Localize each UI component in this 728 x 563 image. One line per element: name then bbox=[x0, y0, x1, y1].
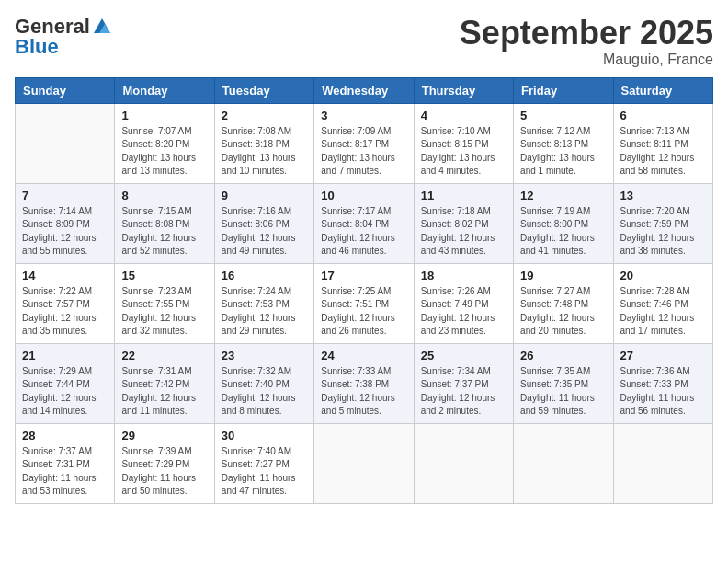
calendar-day-cell bbox=[16, 103, 115, 183]
calendar-table: SundayMondayTuesdayWednesdayThursdayFrid… bbox=[15, 77, 713, 504]
day-number: 22 bbox=[121, 349, 207, 362]
calendar-day-cell: 8Sunrise: 7:15 AM Sunset: 8:08 PM Daylig… bbox=[115, 183, 214, 263]
day-info: Sunrise: 7:26 AM Sunset: 7:49 PM Dayligh… bbox=[421, 285, 506, 339]
day-header-thursday: Thursday bbox=[414, 77, 513, 103]
day-header-sunday: Sunday bbox=[16, 77, 115, 103]
day-number: 18 bbox=[421, 269, 506, 282]
day-info: Sunrise: 7:09 AM Sunset: 8:17 PM Dayligh… bbox=[321, 125, 406, 178]
day-number: 15 bbox=[121, 269, 207, 282]
calendar-day-cell bbox=[414, 423, 513, 503]
calendar-day-cell: 30Sunrise: 7:40 AM Sunset: 7:27 PM Dayli… bbox=[214, 423, 313, 503]
day-info: Sunrise: 7:20 AM Sunset: 7:59 PM Dayligh… bbox=[620, 205, 706, 259]
day-number: 19 bbox=[520, 269, 606, 282]
day-number: 13 bbox=[620, 189, 706, 202]
calendar-day-cell: 4Sunrise: 7:10 AM Sunset: 8:15 PM Daylig… bbox=[414, 103, 513, 183]
day-info: Sunrise: 7:40 AM Sunset: 7:27 PM Dayligh… bbox=[222, 445, 307, 499]
calendar-day-cell: 13Sunrise: 7:20 AM Sunset: 7:59 PM Dayli… bbox=[613, 183, 712, 263]
day-info: Sunrise: 7:17 AM Sunset: 8:04 PM Dayligh… bbox=[321, 205, 406, 259]
calendar-day-cell: 14Sunrise: 7:22 AM Sunset: 7:57 PM Dayli… bbox=[16, 263, 115, 343]
calendar-day-cell: 12Sunrise: 7:19 AM Sunset: 8:00 PM Dayli… bbox=[514, 183, 613, 263]
location-subtitle: Mauguio, France bbox=[460, 52, 713, 68]
calendar-day-cell: 24Sunrise: 7:33 AM Sunset: 7:38 PM Dayli… bbox=[314, 343, 414, 423]
day-info: Sunrise: 7:07 AM Sunset: 8:20 PM Dayligh… bbox=[121, 125, 207, 178]
day-header-tuesday: Tuesday bbox=[214, 77, 313, 103]
calendar-day-cell: 10Sunrise: 7:17 AM Sunset: 8:04 PM Dayli… bbox=[314, 183, 414, 263]
day-header-saturday: Saturday bbox=[613, 77, 712, 103]
calendar-day-cell: 25Sunrise: 7:34 AM Sunset: 7:37 PM Dayli… bbox=[414, 343, 513, 423]
calendar-week-row: 28Sunrise: 7:37 AM Sunset: 7:31 PM Dayli… bbox=[16, 423, 713, 503]
day-info: Sunrise: 7:08 AM Sunset: 8:18 PM Dayligh… bbox=[222, 125, 307, 178]
calendar-day-cell: 21Sunrise: 7:29 AM Sunset: 7:44 PM Dayli… bbox=[16, 343, 115, 423]
day-info: Sunrise: 7:12 AM Sunset: 8:13 PM Dayligh… bbox=[520, 125, 606, 178]
day-number: 5 bbox=[520, 109, 606, 122]
calendar-week-row: 7Sunrise: 7:14 AM Sunset: 8:09 PM Daylig… bbox=[16, 183, 713, 263]
day-info: Sunrise: 7:23 AM Sunset: 7:55 PM Dayligh… bbox=[121, 285, 207, 339]
day-info: Sunrise: 7:24 AM Sunset: 7:53 PM Dayligh… bbox=[222, 285, 307, 339]
day-info: Sunrise: 7:32 AM Sunset: 7:40 PM Dayligh… bbox=[222, 365, 307, 419]
day-number: 12 bbox=[520, 189, 606, 202]
calendar-day-cell: 2Sunrise: 7:08 AM Sunset: 8:18 PM Daylig… bbox=[214, 103, 313, 183]
day-number: 10 bbox=[321, 189, 406, 202]
day-info: Sunrise: 7:31 AM Sunset: 7:42 PM Dayligh… bbox=[121, 365, 207, 419]
calendar-day-cell: 11Sunrise: 7:18 AM Sunset: 8:02 PM Dayli… bbox=[414, 183, 513, 263]
calendar-day-cell: 7Sunrise: 7:14 AM Sunset: 8:09 PM Daylig… bbox=[16, 183, 115, 263]
day-number: 24 bbox=[321, 349, 406, 362]
day-number: 23 bbox=[222, 349, 307, 362]
calendar-day-cell: 26Sunrise: 7:35 AM Sunset: 7:35 PM Dayli… bbox=[514, 343, 613, 423]
page-header: General Blue September 2025 Mauguio, Fra… bbox=[15, 15, 713, 68]
day-number: 29 bbox=[121, 429, 207, 442]
day-info: Sunrise: 7:16 AM Sunset: 8:06 PM Dayligh… bbox=[222, 205, 307, 259]
day-info: Sunrise: 7:14 AM Sunset: 8:09 PM Dayligh… bbox=[22, 205, 108, 259]
day-info: Sunrise: 7:29 AM Sunset: 7:44 PM Dayligh… bbox=[22, 365, 108, 419]
day-info: Sunrise: 7:18 AM Sunset: 8:02 PM Dayligh… bbox=[421, 205, 506, 259]
calendar-day-cell bbox=[314, 423, 414, 503]
day-number: 9 bbox=[222, 189, 307, 202]
calendar-day-cell: 28Sunrise: 7:37 AM Sunset: 7:31 PM Dayli… bbox=[16, 423, 115, 503]
calendar-week-row: 14Sunrise: 7:22 AM Sunset: 7:57 PM Dayli… bbox=[16, 263, 713, 343]
calendar-day-cell: 27Sunrise: 7:36 AM Sunset: 7:33 PM Dayli… bbox=[613, 343, 712, 423]
day-info: Sunrise: 7:34 AM Sunset: 7:37 PM Dayligh… bbox=[421, 365, 506, 419]
day-number: 25 bbox=[421, 349, 506, 362]
day-number: 14 bbox=[22, 269, 108, 282]
day-header-wednesday: Wednesday bbox=[314, 77, 414, 103]
logo-icon bbox=[92, 17, 112, 37]
day-number: 3 bbox=[321, 109, 406, 122]
day-number: 30 bbox=[222, 429, 307, 442]
day-info: Sunrise: 7:10 AM Sunset: 8:15 PM Dayligh… bbox=[421, 125, 506, 178]
calendar-day-cell: 6Sunrise: 7:13 AM Sunset: 8:11 PM Daylig… bbox=[613, 103, 712, 183]
calendar-week-row: 21Sunrise: 7:29 AM Sunset: 7:44 PM Dayli… bbox=[16, 343, 713, 423]
day-info: Sunrise: 7:13 AM Sunset: 8:11 PM Dayligh… bbox=[620, 125, 706, 178]
day-number: 21 bbox=[22, 349, 108, 362]
calendar-day-cell: 23Sunrise: 7:32 AM Sunset: 7:40 PM Dayli… bbox=[214, 343, 313, 423]
day-number: 4 bbox=[421, 109, 506, 122]
day-header-friday: Friday bbox=[514, 77, 613, 103]
day-number: 20 bbox=[620, 269, 706, 282]
day-number: 17 bbox=[321, 269, 406, 282]
title-block: September 2025 Mauguio, France bbox=[460, 15, 713, 68]
calendar-day-cell bbox=[514, 423, 613, 503]
calendar-day-cell: 15Sunrise: 7:23 AM Sunset: 7:55 PM Dayli… bbox=[115, 263, 214, 343]
day-number: 28 bbox=[22, 429, 108, 442]
day-info: Sunrise: 7:15 AM Sunset: 8:08 PM Dayligh… bbox=[121, 205, 207, 259]
day-number: 26 bbox=[520, 349, 606, 362]
calendar-day-cell: 16Sunrise: 7:24 AM Sunset: 7:53 PM Dayli… bbox=[214, 263, 313, 343]
calendar-header-row: SundayMondayTuesdayWednesdayThursdayFrid… bbox=[16, 77, 713, 103]
day-number: 8 bbox=[121, 189, 207, 202]
day-header-monday: Monday bbox=[115, 77, 214, 103]
day-info: Sunrise: 7:28 AM Sunset: 7:46 PM Dayligh… bbox=[620, 285, 706, 339]
day-number: 6 bbox=[620, 109, 706, 122]
day-info: Sunrise: 7:25 AM Sunset: 7:51 PM Dayligh… bbox=[321, 285, 406, 339]
calendar-day-cell: 1Sunrise: 7:07 AM Sunset: 8:20 PM Daylig… bbox=[115, 103, 214, 183]
calendar-day-cell: 19Sunrise: 7:27 AM Sunset: 7:48 PM Dayli… bbox=[514, 263, 613, 343]
day-number: 11 bbox=[421, 189, 506, 202]
calendar-day-cell: 22Sunrise: 7:31 AM Sunset: 7:42 PM Dayli… bbox=[115, 343, 214, 423]
day-info: Sunrise: 7:22 AM Sunset: 7:57 PM Dayligh… bbox=[22, 285, 108, 339]
month-title: September 2025 bbox=[460, 15, 713, 52]
calendar-day-cell: 9Sunrise: 7:16 AM Sunset: 8:06 PM Daylig… bbox=[214, 183, 313, 263]
day-info: Sunrise: 7:36 AM Sunset: 7:33 PM Dayligh… bbox=[620, 365, 706, 419]
calendar-day-cell bbox=[613, 423, 712, 503]
day-number: 2 bbox=[222, 109, 307, 122]
logo-blue-text: Blue bbox=[15, 35, 59, 59]
day-info: Sunrise: 7:33 AM Sunset: 7:38 PM Dayligh… bbox=[321, 365, 406, 419]
calendar-day-cell: 20Sunrise: 7:28 AM Sunset: 7:46 PM Dayli… bbox=[613, 263, 712, 343]
